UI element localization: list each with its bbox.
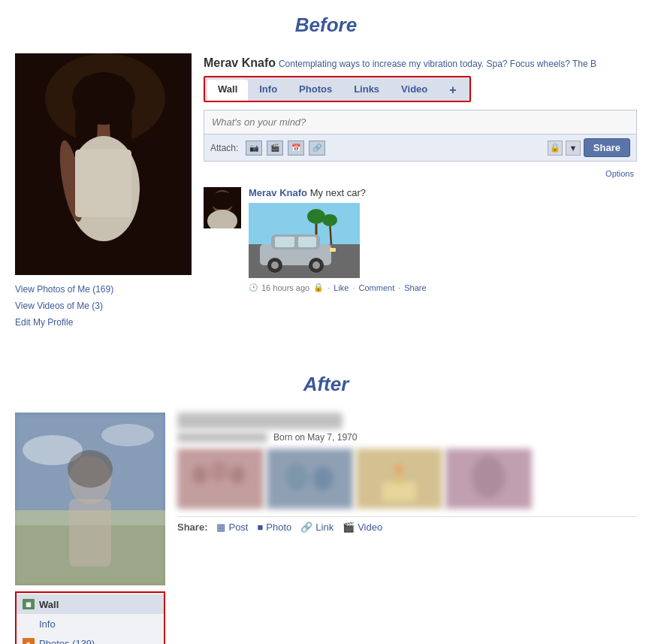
photo-thumb-1[interactable] bbox=[177, 449, 264, 509]
post-time: 16 hours ago bbox=[261, 283, 309, 292]
car-image-svg bbox=[249, 203, 360, 278]
dot-separator-3: · bbox=[398, 283, 400, 292]
svg-rect-46 bbox=[382, 482, 416, 501]
photo-thumb-3[interactable] bbox=[356, 449, 442, 509]
tab-wall[interactable]: Wall bbox=[207, 80, 248, 101]
before-profile-right: Merav Knafo Contemplating ways to increa… bbox=[204, 53, 637, 337]
before-profile-area: View Photos of Me (169) View Videos of M… bbox=[15, 46, 637, 337]
view-photos-link[interactable]: View Photos of Me (169) bbox=[15, 281, 192, 298]
profile-status: Contemplating ways to increase my vibrat… bbox=[279, 59, 596, 69]
attach-bar: Attach: 📷 🎬 📅 🔗 🔒 ▼ Share bbox=[204, 134, 636, 161]
after-left: ▦ Wall Info ■ Photos (139) ▢ bbox=[15, 413, 165, 644]
after-share-bar: Share: ▦ Post ■ Photo 🔗 Link 🎬 Video bbox=[177, 516, 637, 537]
sidebar-item-wall[interactable]: ▦ Wall bbox=[17, 594, 164, 614]
attach-photo-icon[interactable]: 📷 bbox=[246, 141, 262, 156]
svg-rect-8 bbox=[75, 150, 131, 217]
video-share-icon: 🎬 bbox=[343, 522, 355, 533]
post-car-image bbox=[249, 203, 360, 278]
svg-rect-36 bbox=[15, 413, 165, 585]
info-icon bbox=[23, 618, 35, 630]
attach-link-icon[interactable]: 🔗 bbox=[309, 141, 325, 156]
before-profile-left: View Photos of Me (169) View Videos of M… bbox=[15, 53, 192, 337]
profile-name-bar: Merav Knafo Contemplating ways to increa… bbox=[204, 53, 637, 76]
tab-video[interactable]: Video bbox=[391, 80, 438, 101]
post-share-icon: ▦ bbox=[216, 522, 225, 533]
attach-calendar-icon[interactable]: 📅 bbox=[288, 141, 304, 156]
svg-rect-42 bbox=[267, 449, 353, 509]
svg-point-41 bbox=[230, 466, 245, 484]
after-title: After bbox=[15, 359, 637, 405]
svg-point-26 bbox=[312, 262, 320, 269]
post-avatar-img bbox=[204, 187, 241, 228]
share-photo-item[interactable]: ■ Photo bbox=[257, 522, 291, 533]
tabs-container-before: Wall Info Photos Links Video + bbox=[204, 76, 471, 102]
after-born-label: Born on May 7, 1970 bbox=[273, 432, 357, 443]
svg-point-40 bbox=[210, 461, 228, 482]
after-profile-photo bbox=[15, 413, 165, 585]
thumb-2-svg bbox=[267, 449, 353, 509]
after-relationship-blurred bbox=[177, 432, 267, 443]
lock-icon[interactable]: 🔒 bbox=[548, 141, 563, 156]
post-content: Merav Knafo My next car? bbox=[249, 187, 637, 292]
thumb-1-svg bbox=[177, 449, 264, 509]
after-profile-svg bbox=[15, 413, 165, 585]
profile-name: Merav Knafo bbox=[204, 56, 276, 69]
after-status-bar: Born on May 7, 1970 bbox=[177, 432, 637, 443]
wall-input[interactable] bbox=[204, 110, 636, 134]
post-comment-link[interactable]: Comment bbox=[359, 283, 395, 292]
wall-input-box: Attach: 📷 🎬 📅 🔗 🔒 ▼ Share bbox=[204, 110, 637, 162]
post-meta: 🕑 16 hours ago 🔒 · Like · Comment · Shar… bbox=[249, 283, 637, 292]
share-link-item[interactable]: 🔗 Link bbox=[300, 522, 334, 533]
post-area: Merav Knafo My next car? bbox=[204, 180, 637, 300]
photo-share-icon: ■ bbox=[257, 522, 263, 533]
after-sidebar: ▦ Wall Info ■ Photos (139) ▢ bbox=[15, 591, 165, 644]
share-post-item[interactable]: ▦ Post bbox=[216, 522, 248, 533]
svg-point-39 bbox=[192, 466, 207, 484]
attach-video-icon[interactable]: 🎬 bbox=[267, 141, 283, 156]
after-photos-grid bbox=[177, 449, 637, 509]
svg-rect-21 bbox=[275, 237, 294, 247]
options-link[interactable]: Options bbox=[204, 168, 637, 180]
photo-icon: ■ bbox=[23, 637, 35, 644]
post-time-icon: 🕑 bbox=[249, 283, 258, 292]
post-text-content: My next car? bbox=[310, 187, 366, 198]
before-title: Before bbox=[15, 0, 637, 46]
svg-point-50 bbox=[472, 456, 505, 498]
svg-rect-27 bbox=[330, 248, 336, 252]
profile-photo-before bbox=[15, 53, 192, 275]
person-silhouette-before bbox=[15, 53, 192, 275]
wall-icon: ▦ bbox=[23, 598, 35, 610]
svg-point-18 bbox=[322, 214, 337, 226]
photo-thumb-4[interactable] bbox=[445, 449, 532, 509]
share-btn-area: 🔒 ▼ Share bbox=[548, 138, 630, 157]
after-section: After bbox=[0, 359, 652, 644]
edit-profile-link[interactable]: Edit My Profile bbox=[15, 314, 192, 331]
photo-thumb-2[interactable] bbox=[267, 449, 353, 509]
post-share-link[interactable]: Share bbox=[404, 283, 426, 292]
after-name-blurred bbox=[177, 413, 343, 429]
share-video-item[interactable]: 🎬 Video bbox=[343, 522, 382, 533]
after-profile-area: ▦ Wall Info ■ Photos (139) ▢ bbox=[15, 405, 637, 644]
svg-rect-22 bbox=[298, 237, 316, 247]
profile-photo-img bbox=[15, 53, 192, 275]
post-like-link[interactable]: Like bbox=[334, 283, 349, 292]
dot-separator-1: · bbox=[328, 283, 330, 292]
post-author: Merav Knafo bbox=[249, 187, 307, 198]
dot-separator-2: · bbox=[352, 283, 355, 292]
tab-photos[interactable]: Photos bbox=[288, 80, 343, 101]
sidebar-item-photos[interactable]: ■ Photos (139) bbox=[17, 633, 164, 644]
svg-point-48 bbox=[396, 466, 402, 473]
svg-point-11 bbox=[210, 192, 234, 210]
before-section: Before bbox=[0, 0, 652, 359]
sidebar-item-info[interactable]: Info bbox=[17, 614, 164, 633]
tab-plus[interactable]: + bbox=[439, 80, 466, 101]
sidebar-photos-label: Photos (139) bbox=[39, 638, 95, 645]
dropdown-arrow-icon[interactable]: ▼ bbox=[566, 141, 581, 156]
tab-links[interactable]: Links bbox=[343, 80, 390, 101]
view-videos-link[interactable]: View Videos of Me (3) bbox=[15, 298, 192, 314]
post-avatar bbox=[204, 187, 241, 228]
svg-point-43 bbox=[285, 464, 308, 491]
share-button[interactable]: Share bbox=[584, 138, 630, 157]
tab-info[interactable]: Info bbox=[249, 80, 288, 101]
svg-point-24 bbox=[271, 262, 279, 269]
